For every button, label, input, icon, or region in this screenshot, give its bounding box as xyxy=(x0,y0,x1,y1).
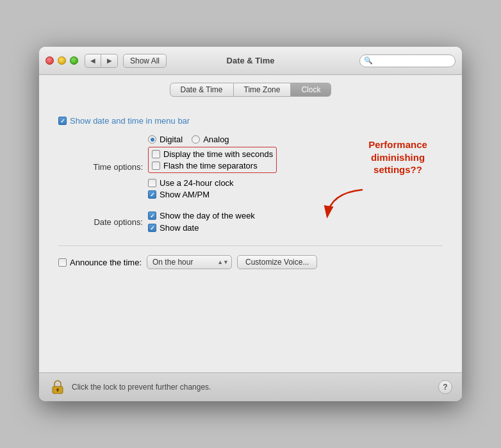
use-24hr-label: Use a 24-hour clock xyxy=(160,178,234,188)
svg-rect-2 xyxy=(57,390,58,392)
search-input[interactable] xyxy=(375,56,451,65)
announce-dropdown[interactable]: On the hour On the half hour On the quar… xyxy=(147,255,232,269)
announce-dropdown-wrapper: On the hour On the half hour On the quar… xyxy=(147,255,232,269)
analog-option[interactable]: Analog xyxy=(192,135,229,144)
announce-section: Announce the time: On the hour On the ha… xyxy=(58,245,443,269)
content-area: Performance diminishing settings?? Show … xyxy=(39,103,462,372)
analog-radio[interactable] xyxy=(192,135,200,144)
show-menubar-label[interactable]: Show date and time in menu bar xyxy=(58,116,190,126)
analog-label: Analog xyxy=(203,135,229,144)
flash-separators-label: Flash the time separators xyxy=(163,161,258,170)
show-ampm-label: Show AM/PM xyxy=(160,190,209,199)
show-menubar-checkbox[interactable] xyxy=(58,117,67,125)
close-button[interactable] xyxy=(45,56,54,65)
search-icon: 🔍 xyxy=(364,56,373,65)
tabs-container: Date & Time Time Zone Clock xyxy=(39,75,462,103)
tab-clock[interactable]: Clock xyxy=(291,83,331,97)
digital-label: Digital xyxy=(160,135,183,144)
show-day-label: Show the day of the week xyxy=(160,211,255,220)
show-all-button[interactable]: Show All xyxy=(123,54,167,68)
use-24hr-checkbox[interactable] xyxy=(148,179,156,187)
titlebar: ◀ ▶ Show All Date & Time 🔍 xyxy=(39,47,462,75)
digital-radio[interactable] xyxy=(148,135,156,144)
display-seconds-row[interactable]: Display the time with seconds xyxy=(152,149,273,159)
announce-text: Announce the time: xyxy=(70,258,142,267)
announce-checkbox[interactable] xyxy=(58,258,67,267)
maximize-button[interactable] xyxy=(70,56,78,65)
customize-voice-button[interactable]: Customize Voice... xyxy=(237,255,317,269)
main-window: ◀ ▶ Show All Date & Time 🔍 Date & Time T… xyxy=(39,47,462,401)
announce-label[interactable]: Announce the time: xyxy=(58,258,142,267)
annotation-text: Performance diminishing settings?? xyxy=(347,138,449,176)
date-options-label: Date options: xyxy=(58,217,148,227)
bottom-bar: Click the lock to prevent further change… xyxy=(39,372,462,401)
show-day-checkbox[interactable] xyxy=(148,212,156,220)
show-ampm-checkbox[interactable] xyxy=(148,190,156,199)
show-ampm-row[interactable]: Show AM/PM xyxy=(148,190,277,199)
show-date-row[interactable]: Show date xyxy=(148,223,255,233)
date-options-col: Show the day of the week Show date xyxy=(148,211,255,233)
show-date-checkbox[interactable] xyxy=(148,224,156,232)
radio-row: Digital Analog xyxy=(148,135,277,144)
search-box[interactable]: 🔍 xyxy=(359,54,456,67)
date-options-row: Date options: Show the day of the week S… xyxy=(58,211,443,233)
flash-separators-checkbox[interactable] xyxy=(152,162,160,170)
show-day-row[interactable]: Show the day of the week xyxy=(148,211,255,220)
help-button[interactable]: ? xyxy=(438,380,452,394)
time-options-col: Digital Analog Display the time with sec… xyxy=(148,135,277,199)
digital-option[interactable]: Digital xyxy=(148,135,183,144)
show-menubar-row[interactable]: Show date and time in menu bar xyxy=(58,116,443,126)
highlighted-options-box: Display the time with seconds Flash the … xyxy=(148,147,277,173)
display-seconds-checkbox[interactable] xyxy=(152,150,160,158)
lock-icon[interactable] xyxy=(49,378,67,396)
display-seconds-label: Display the time with seconds xyxy=(163,149,273,159)
flash-separators-row[interactable]: Flash the time separators xyxy=(152,161,273,170)
show-menubar-text: Show date and time in menu bar xyxy=(70,116,190,126)
traffic-lights xyxy=(45,56,78,65)
minimize-button[interactable] xyxy=(58,56,66,65)
use-24hr-row[interactable]: Use a 24-hour clock xyxy=(148,178,277,188)
tab-date-time[interactable]: Date & Time xyxy=(170,83,234,97)
annotation-arrow xyxy=(318,187,369,227)
tab-time-zone[interactable]: Time Zone xyxy=(234,83,292,97)
time-options-label: Time options: xyxy=(58,162,148,172)
sub-options: Use a 24-hour clock Show AM/PM xyxy=(148,178,277,199)
nav-buttons: ◀ ▶ xyxy=(85,54,118,68)
window-title: Date & Time xyxy=(227,56,275,65)
lock-text: Click the lock to prevent further change… xyxy=(72,383,433,392)
back-button[interactable]: ◀ xyxy=(85,54,101,68)
forward-button[interactable]: ▶ xyxy=(101,54,118,68)
show-date-label: Show date xyxy=(160,223,199,233)
